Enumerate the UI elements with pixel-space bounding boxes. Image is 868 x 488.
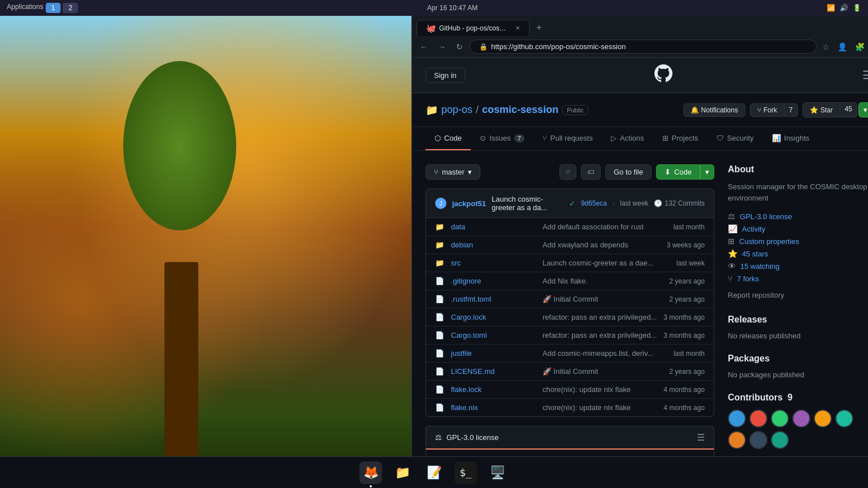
tab-projects[interactable]: ⊞ Projects: [653, 127, 708, 150]
custom-properties-link[interactable]: ⊞ Custom properties: [728, 235, 868, 247]
file-icon: 📄: [435, 313, 444, 321]
battery-icon: 🔋: [853, 4, 861, 12]
back-button[interactable]: ←: [416, 40, 431, 54]
fork-button[interactable]: ⑂ Fork: [750, 103, 784, 117]
bookmark-icon[interactable]: ☆: [820, 40, 832, 54]
table-row: 📁srcLaunch cosmic-greeter as a dae...las…: [426, 254, 714, 272]
browser-tab-active[interactable]: 🐙 GitHub - pop-os/cosm... ✕: [416, 20, 530, 36]
taskbar-applications-label[interactable]: Applications: [7, 3, 44, 13]
contributor-avatar[interactable]: [771, 431, 789, 449]
tab-close-button[interactable]: ✕: [515, 25, 520, 31]
activity-link[interactable]: 📈 Activity: [728, 223, 868, 235]
hamburger-menu[interactable]: ☰: [862, 68, 868, 82]
contributor-avatar[interactable]: [835, 409, 853, 428]
star-button[interactable]: ⭐ Star: [802, 102, 840, 117]
code-dropdown-button[interactable]: ▾: [700, 164, 714, 180]
star-dropdown[interactable]: ▾: [858, 102, 868, 117]
stars-link[interactable]: ⭐ 45 stars: [728, 247, 868, 260]
report-link[interactable]: Report repository: [728, 289, 868, 301]
dock-files[interactable]: 📁: [391, 461, 414, 484]
refresh-button[interactable]: ↻: [453, 40, 466, 54]
license-label: GPL-3.0 license: [446, 433, 499, 442]
tags-button[interactable]: 🏷: [581, 164, 601, 180]
forks-link[interactable]: ⑂ 7 forks: [728, 272, 868, 285]
tab-issues[interactable]: ⊙ Issues 7: [471, 127, 533, 150]
file-name-link[interactable]: Cargo.toml: [451, 331, 536, 339]
branch-selector[interactable]: ⑂ master ▾: [426, 164, 480, 180]
dock-editor[interactable]: 📝: [423, 461, 445, 484]
repo-name-link[interactable]: cosmic-session: [482, 104, 558, 116]
new-tab-button[interactable]: +: [532, 19, 546, 36]
file-name-link[interactable]: Cargo.lock: [451, 313, 536, 321]
file-name-link[interactable]: LICENSE.md: [451, 367, 536, 376]
notifications-button[interactable]: 🔔 Notifications: [683, 103, 745, 117]
github-logo: [654, 64, 672, 86]
fork-count[interactable]: 7: [784, 103, 798, 117]
contributors-count: 9: [787, 393, 792, 402]
profile-icon[interactable]: 👤: [835, 40, 849, 54]
file-name-link[interactable]: flake.lock: [451, 385, 536, 394]
fork-button-group: ⑂ Fork 7: [750, 103, 798, 117]
commit-author-avatar[interactable]: J: [435, 198, 446, 209]
file-commit-time: 2 years ago: [669, 368, 705, 376]
file-icon: 📄: [435, 349, 444, 358]
extensions-icon[interactable]: 🧩: [853, 40, 867, 54]
commit-author-link[interactable]: jackpot51: [452, 199, 486, 208]
wallpaper: [0, 16, 411, 456]
dock-display[interactable]: 🖥️: [486, 461, 509, 484]
tab-insights[interactable]: 📊 Insights: [763, 127, 819, 150]
file-name-link[interactable]: justfile: [451, 349, 536, 358]
contributor-avatar[interactable]: [728, 431, 746, 449]
sync-button[interactable]: ⑂: [559, 164, 576, 180]
license-list-icon: ☰: [697, 432, 705, 443]
forward-button[interactable]: →: [435, 40, 449, 54]
file-icon: 📄: [435, 385, 444, 394]
repo-body: ⑂ master ▾ ⑂ 🏷 Go to file ⬇ Code: [412, 151, 868, 456]
table-row: 📄justfileAdd cosmic-mimeapps.list, deriv…: [426, 345, 714, 363]
code-button[interactable]: ⬇ Code: [656, 164, 700, 180]
repo-owner-link[interactable]: pop-os: [441, 104, 472, 116]
license-link[interactable]: ⚖ GPL-3.0 license: [728, 210, 868, 223]
contributor-avatar[interactable]: [792, 409, 810, 428]
contributor-avatar[interactable]: [728, 409, 746, 428]
file-commit-message: Launch cosmic-greeter as a dae...: [542, 259, 670, 267]
folder-icon: 📁: [435, 241, 444, 249]
file-name-link[interactable]: .rustfmt.toml: [451, 295, 536, 303]
license-icon: ⚖: [435, 433, 442, 442]
go-to-file-button[interactable]: Go to file: [605, 164, 652, 180]
browser-chrome: 🐙 GitHub - pop-os/cosm... ✕ + ← → ↻ 🔒 ht…: [412, 16, 868, 58]
taskbar-app-2[interactable]: 2: [63, 3, 78, 13]
sign-in-button[interactable]: Sign in: [426, 68, 465, 83]
contributor-avatar[interactable]: [814, 409, 832, 428]
contributors-grid: [728, 409, 868, 449]
license-bar: ⚖ GPL-3.0 license ☰: [426, 426, 714, 450]
file-name-link[interactable]: src: [451, 259, 536, 267]
file-commit-message: Add Nix flake.: [542, 277, 662, 285]
table-row: 📄LICENSE.md🚀 Initial Commit2 years ago: [426, 363, 714, 381]
commit-hash-link[interactable]: 9d65eca: [581, 199, 607, 207]
commit-history-link[interactable]: 🕐 132 Commits: [654, 199, 705, 207]
taskbar-app-1[interactable]: 1: [46, 3, 61, 13]
file-name-link[interactable]: data: [451, 223, 536, 231]
file-name-link[interactable]: debian: [451, 241, 536, 249]
file-name-link[interactable]: flake.nix: [451, 403, 536, 412]
tab-code[interactable]: ⬡ Code: [426, 127, 471, 150]
repo-icon: 📁: [426, 104, 438, 116]
tab-pull-requests[interactable]: ⑂ Pull requests: [533, 127, 602, 150]
dock-terminal[interactable]: $_: [454, 461, 477, 484]
watching-link[interactable]: 👁 15 watching: [728, 260, 868, 272]
tab-actions[interactable]: ▷ Actions: [602, 127, 653, 150]
tab-security[interactable]: 🛡 Security: [708, 127, 763, 150]
commit-time-label: last week: [620, 199, 648, 207]
star-count[interactable]: 45: [840, 102, 857, 117]
repo-breadcrumb: 📁 pop-os / cosmic-session Public: [426, 104, 589, 116]
packages-value: No packages published: [728, 371, 868, 379]
contributor-avatar[interactable]: [771, 409, 789, 428]
taskbar-apps: Applications 1 2: [7, 3, 78, 13]
contributor-avatar[interactable]: [749, 409, 767, 428]
contributor-avatar[interactable]: [749, 431, 767, 449]
address-bar[interactable]: 🔒 https://github.com/pop-os/cosmic-sessi…: [470, 40, 817, 54]
table-row: 📄.rustfmt.toml🚀 Initial Commit2 years ag…: [426, 290, 714, 308]
file-name-link[interactable]: .gitignore: [451, 277, 536, 285]
dock-firefox[interactable]: 🦊: [359, 461, 382, 484]
